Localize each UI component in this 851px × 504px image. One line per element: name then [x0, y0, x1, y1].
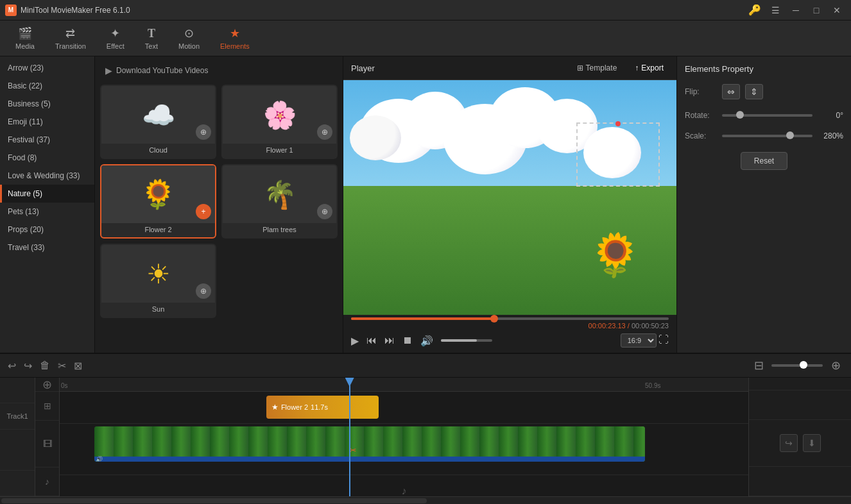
clip-duration: 11.7s — [311, 403, 328, 411]
progress-fill — [351, 317, 494, 320]
ruler-0s: 0s — [61, 382, 68, 389]
toolbar-elements-label: Elements — [220, 42, 250, 50]
timeline-toolbar-right: ⊟ ⊕ — [751, 358, 843, 373]
category-food[interactable]: Food (8) — [0, 149, 94, 167]
track3-icon[interactable]: ♪ — [35, 467, 59, 496]
template-label: Template — [586, 63, 617, 72]
ruler-end: 50.9s — [645, 382, 660, 389]
category-emoji[interactable]: Emoji (11) — [0, 113, 94, 131]
category-nature[interactable]: Nature (5) — [0, 185, 94, 203]
redo-button[interactable]: ↪ — [24, 360, 32, 372]
timeline: ↩ ↪ 🗑 ✂ ⊠ ⊟ ⊕ Track1 ⊕ ⊞ 🎞 ♪ — [0, 353, 851, 504]
volume-button[interactable]: 🔊 — [420, 335, 433, 347]
track2-icon[interactable]: 🎞 — [35, 421, 59, 467]
track3-label — [0, 471, 35, 496]
category-love-wedding[interactable]: Love & Wedding (33) — [0, 167, 94, 185]
element-sun-add[interactable]: ⊕ — [196, 283, 211, 299]
category-pets[interactable]: Pets (13) — [0, 203, 94, 221]
menu-button[interactable]: ☰ — [766, 3, 784, 17]
element-palmtrees[interactable]: 🌴 ⊕ Plam trees — [221, 164, 338, 239]
export-label: Export — [641, 63, 664, 72]
volume-slider[interactable] — [441, 339, 492, 342]
download-label: Download YouTube Videos — [116, 66, 208, 75]
toolbar-motion-label: Motion — [178, 42, 200, 50]
flip-vertical-button[interactable]: ⇕ — [745, 84, 763, 99]
crop-button[interactable]: ⊠ — [74, 360, 82, 372]
element-palmtrees-add[interactable]: ⊕ — [317, 204, 332, 219]
reset-button[interactable]: Reset — [741, 152, 787, 170]
timeline-right-panel: ↪ ⬇ — [748, 378, 851, 496]
delete-button[interactable]: 🗑 — [40, 360, 50, 371]
element-clip[interactable]: ★ Flower 2 11.7s — [266, 396, 379, 419]
element-sun[interactable]: ☀ ⊕ Sun — [100, 244, 216, 318]
titlebar-left: M MiniTool MovieMaker Free 6.1.0 — [5, 4, 130, 16]
element-flower2-label: Flower 2 — [101, 223, 215, 237]
template-button[interactable]: ⊞ Template — [572, 62, 623, 74]
track-forward-button[interactable]: ↪ — [780, 434, 798, 452]
export-icon: ↑ — [635, 63, 639, 72]
video-clip[interactable]: 🔊 — [94, 426, 645, 462]
add-track-icon[interactable]: ⊕ — [35, 378, 59, 392]
stop-button[interactable]: ⏹ — [402, 335, 413, 346]
export-button[interactable]: ↑ Export — [630, 62, 669, 74]
flower-element-overlay[interactable]: 🌻 — [589, 231, 641, 280]
elements-row-3: ☀ ⊕ Sun — [100, 244, 338, 318]
category-business[interactable]: Business (5) — [0, 95, 94, 113]
category-basic[interactable]: Basic (22) — [0, 77, 94, 95]
fullscreen-button[interactable]: ⛶ — [658, 334, 669, 345]
timeline-ruler-label — [0, 378, 35, 403]
minimize-button[interactable]: ─ — [787, 3, 805, 17]
zoom-thumb[interactable] — [800, 361, 807, 369]
maximize-button[interactable]: □ — [807, 3, 825, 17]
element-flower2-add[interactable]: + — [196, 204, 211, 219]
category-props[interactable]: Props (20) — [0, 221, 94, 239]
toolbar-effect[interactable]: ✦ Effect — [98, 24, 133, 53]
category-festival[interactable]: Festival (37) — [0, 131, 94, 149]
element-flower2[interactable]: 🌻 + Flower 2 — [100, 164, 216, 239]
video-audio-bar: 🔊 — [94, 457, 645, 462]
timeline-scroll[interactable] — [0, 496, 851, 504]
category-arrow[interactable]: Arrow (23) — [0, 59, 94, 77]
rotate-thumb[interactable] — [736, 111, 744, 119]
timeline-scrollbar[interactable] — [1, 498, 427, 503]
zoom-in-button[interactable]: ⊕ — [828, 358, 843, 373]
toolbar-media[interactable]: 🎬 Media — [6, 24, 44, 53]
toolbar-elements[interactable]: ★ Elements — [211, 24, 259, 53]
cut-button[interactable]: ✂ — [58, 360, 66, 372]
progress-track[interactable] — [351, 317, 669, 320]
prev-button[interactable]: ⏮ — [366, 335, 377, 346]
undo-button[interactable]: ↩ — [8, 360, 16, 372]
category-travel[interactable]: Travel (33) — [0, 239, 94, 256]
aspect-ratio-select[interactable]: 16:9 4:3 1:1 9:16 — [621, 333, 657, 348]
timeline-playhead[interactable] — [349, 378, 350, 496]
rotate-slider[interactable] — [722, 114, 812, 117]
element-cloud-label: Cloud — [101, 144, 215, 158]
flip-horizontal-button[interactable]: ⇔ — [722, 84, 740, 99]
rotate-row: Rotate: 0° — [685, 111, 843, 120]
element-flower1-add[interactable]: ⊕ — [317, 124, 332, 140]
toolbar-motion[interactable]: ⊙ Motion — [169, 24, 209, 53]
selection-handle-top[interactable] — [615, 121, 621, 126]
close-button[interactable]: ✕ — [828, 3, 846, 17]
element-cloud[interactable]: ☁️ ⊕ Cloud — [100, 85, 216, 159]
key-button[interactable]: 🔑 — [746, 3, 764, 17]
track2-row: 🔊 ✂ — [60, 424, 748, 475]
zoom-slider[interactable] — [771, 364, 823, 367]
progress-thumb[interactable] — [490, 315, 498, 323]
toolbar-transition[interactable]: ⇄ Transition — [46, 24, 95, 53]
toolbar-text[interactable]: T Text — [136, 24, 167, 53]
element-cloud-add[interactable]: ⊕ — [196, 124, 211, 140]
player-controls: ▶ ⏮ ⏭ ⏹ 🔊 16:9 4:3 1:1 9:16 ⛶ — [343, 330, 676, 353]
track-settings-button[interactable]: ⬇ — [803, 434, 821, 452]
player-controls-left: ▶ ⏮ ⏭ ⏹ 🔊 — [351, 335, 492, 347]
next-button[interactable]: ⏭ — [384, 335, 395, 346]
zoom-out-button[interactable]: ⊟ — [751, 358, 766, 373]
track3-row: ♪ — [60, 475, 748, 496]
player-header: Player ⊞ Template ↑ Export — [343, 56, 676, 80]
download-bar[interactable]: ▶ Download YouTube Videos — [100, 62, 338, 80]
track1-icon[interactable]: ⊞ — [35, 392, 59, 421]
scale-thumb[interactable] — [786, 131, 794, 139]
element-flower1[interactable]: 🌸 ⊕ Flower 1 — [221, 85, 338, 159]
play-button[interactable]: ▶ — [351, 335, 359, 347]
scale-slider[interactable] — [722, 135, 812, 137]
